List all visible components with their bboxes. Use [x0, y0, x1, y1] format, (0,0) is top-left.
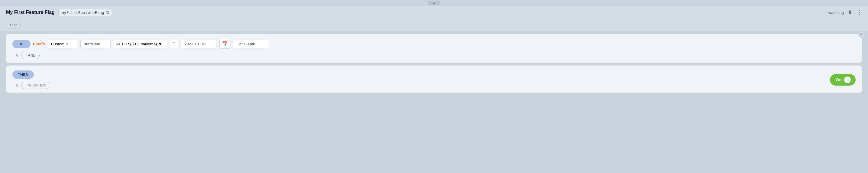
watching-label: watching [829, 10, 844, 15]
add-option-button[interactable]: + % OPTION [21, 82, 50, 89]
field-name-input[interactable]: startDate [80, 39, 111, 48]
flag-key-badge: myFirstFeatureFlag ⧉ [58, 9, 112, 16]
flag-key-text: myFirstFeatureFlag [62, 10, 104, 15]
rule-condition-row: IF user's Custom ▼ startDate AFTER (UTC … [12, 39, 856, 49]
list-icon: ☰ [172, 42, 176, 46]
toggle-on-label: On [836, 78, 842, 82]
and-arrow-icon: ↳ [16, 53, 19, 58]
add-and-button[interactable]: + AND [21, 52, 39, 59]
if-badge: IF [12, 40, 31, 48]
calendar-icon: 📅 [222, 41, 228, 46]
dropdown-arrow-icon: ▼ [65, 42, 68, 46]
toggle-on-button[interactable]: On [830, 74, 856, 86]
if-rule-card: ⠿ ✕ IF user's Custom ▼ startDate AFTER (… [6, 34, 862, 63]
operator-label: AFTER (UTC datetime) [116, 42, 157, 46]
add-tag-button[interactable]: + tag [6, 22, 21, 28]
option-row: ↳ + % OPTION [12, 82, 830, 89]
time-input[interactable]: 12 : 00 am [233, 39, 269, 48]
header-right: watching 👁 ⋮ [829, 9, 862, 16]
operator-arrow-icon: ▼ [158, 42, 162, 46]
operator-dropdown[interactable]: AFTER (UTC datetime) ▼ [113, 39, 167, 48]
custom-dropdown-label: Custom [51, 42, 65, 46]
user-attribute-link[interactable]: user's [33, 41, 45, 46]
collapse-button[interactable]: ▲ [428, 1, 440, 5]
collapse-arrow-icon: ▲ [433, 1, 435, 4]
then-left-section: THEN ↳ + % OPTION [12, 70, 830, 89]
then-badge: THEN [12, 70, 34, 79]
eye-icon[interactable]: 👁 [847, 9, 853, 16]
flag-title: My First Feature Flag [6, 10, 55, 15]
more-menu-icon[interactable]: ⋮ [857, 9, 862, 16]
then-card: THEN ↳ + % OPTION On [6, 65, 862, 93]
header-left: My First Feature Flag myFirstFeatureFlag… [6, 9, 112, 16]
and-condition-row: ↳ + AND [12, 52, 856, 59]
close-icon: ✕ [860, 32, 863, 37]
copy-icon[interactable]: ⧉ [106, 10, 109, 15]
date-input[interactable]: 2023. 01. 01 [181, 39, 217, 48]
custom-dropdown[interactable]: Custom ▼ [48, 39, 78, 48]
close-rule-button[interactable]: ✕ [858, 31, 865, 38]
toggle-circle [844, 77, 851, 83]
option-arrow-icon: ↳ [16, 83, 19, 88]
list-view-button[interactable]: ☰ [170, 40, 178, 48]
calendar-icon-button[interactable]: 📅 [219, 39, 230, 49]
drag-handle-icon[interactable]: ⠿ [1, 46, 4, 51]
